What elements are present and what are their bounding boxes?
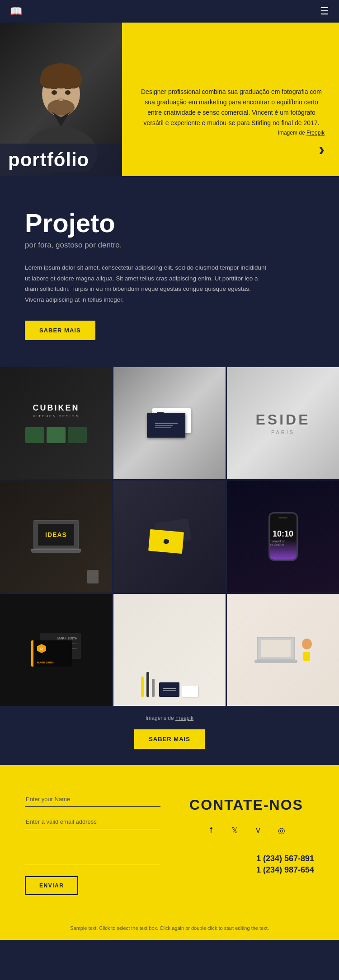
ideas-text: IDEAS xyxy=(45,531,67,538)
portfolio-grid: CUBIKEN KITCHEN DESIGN xyxy=(0,367,339,706)
grid-item-laptop2[interactable] xyxy=(227,594,339,706)
menu-button[interactable]: ☰ xyxy=(320,6,329,16)
hero-arrow-button[interactable]: › xyxy=(319,141,325,158)
hero-description: Designer profissional combina sua gradua… xyxy=(138,87,325,128)
freepik-portfolio-link[interactable]: Freepik xyxy=(175,715,193,721)
contact-title: CONTATE-NOS xyxy=(189,797,303,813)
phone-number-2: 1 (234) 987-654 xyxy=(256,865,314,875)
svg-point-11 xyxy=(59,98,63,101)
grid-item-cubiken[interactable]: CUBIKEN KITCHEN DESIGN xyxy=(0,367,112,479)
projeto-subtitle: por fora, gostoso por dentro. xyxy=(25,241,314,250)
eside-brand: ESIDE xyxy=(255,411,310,428)
projeto-more-button[interactable]: SABER MAIS xyxy=(25,321,95,340)
footer-note: Sample text. Click to select the text bo… xyxy=(0,918,339,940)
logo-icon[interactable]: 📖 xyxy=(10,6,22,16)
cubiken-brand: CUBIKEN xyxy=(33,403,79,413)
vimeo-icon[interactable]: v xyxy=(251,823,265,838)
projeto-title: Projeto xyxy=(25,208,314,238)
grid-item-ideas[interactable]: IDEAS xyxy=(0,481,112,593)
grid-item-brandcard[interactable]: MARK SMITH ··············· ·············… xyxy=(0,594,112,706)
grid-item-phone[interactable]: 10:10 moment of inspiration xyxy=(227,481,339,593)
svg-rect-9 xyxy=(51,88,57,89)
svg-point-8 xyxy=(65,90,71,95)
email-input[interactable] xyxy=(25,815,160,829)
twitter-icon[interactable]: 𝕏 xyxy=(227,823,242,838)
portfolio-credits: Imagens de Freepik xyxy=(0,715,339,721)
portfolio-more-button[interactable]: SABER MAIS xyxy=(134,729,205,749)
phone-number-1: 1 (234) 567-891 xyxy=(256,854,314,863)
cubiken-sub: KITCHEN DESIGN xyxy=(33,414,79,418)
svg-point-5 xyxy=(64,72,82,89)
contact-info: CONTATE-NOS f 𝕏 v ◎ 1 (234) 567-891 1 (2… xyxy=(179,792,314,875)
portfolio-footer: Imagens de Freepik SABER MAIS xyxy=(0,706,339,765)
portfolio-title: portfólio xyxy=(8,149,114,171)
grid-item-stationery[interactable] xyxy=(113,594,226,706)
freepik-link[interactable]: Freepik xyxy=(306,130,325,136)
hero-photo: portfólio xyxy=(0,23,122,176)
svg-point-4 xyxy=(40,72,58,89)
footer-note-text: Sample text. Click to select the text bo… xyxy=(70,925,269,931)
name-input[interactable] xyxy=(25,792,160,807)
hero-credit: Imagem de Freepik xyxy=(278,130,325,136)
facebook-icon[interactable]: f xyxy=(204,823,218,838)
hero-text-overlay: portfólio xyxy=(0,144,122,176)
svg-point-7 xyxy=(52,90,57,95)
instagram-icon[interactable]: ◎ xyxy=(274,823,289,838)
phone-time: 10:10 xyxy=(273,529,293,539)
hero-section: portfólio Designer profissional combina … xyxy=(0,23,339,176)
grid-item-bizcard2[interactable] xyxy=(113,481,226,593)
projeto-section: Projeto por fora, gostoso por dentro. Lo… xyxy=(0,176,339,367)
contact-section: ENVIAR CONTATE-NOS f 𝕏 v ◎ 1 (234) 567-8… xyxy=(0,765,339,918)
message-textarea[interactable] xyxy=(25,837,160,865)
eside-sub: PARIS xyxy=(271,429,295,435)
grid-item-eside[interactable]: ESIDE PARIS xyxy=(227,367,339,479)
contact-form: ENVIAR xyxy=(25,792,160,895)
header: 📖 ☰ xyxy=(0,0,339,23)
social-icons-row: f 𝕏 v ◎ xyxy=(204,823,289,838)
contact-phones: 1 (234) 567-891 1 (234) 987-654 xyxy=(179,854,314,875)
svg-point-6 xyxy=(47,99,75,116)
send-button[interactable]: ENVIAR xyxy=(25,876,78,895)
hero-right: Designer profissional combina sua gradua… xyxy=(122,69,339,176)
projeto-body: Lorem ipsum dolor sit amet, consectetur … xyxy=(25,262,269,305)
svg-rect-10 xyxy=(65,88,71,89)
grid-item-bizcard1[interactable] xyxy=(113,367,226,479)
